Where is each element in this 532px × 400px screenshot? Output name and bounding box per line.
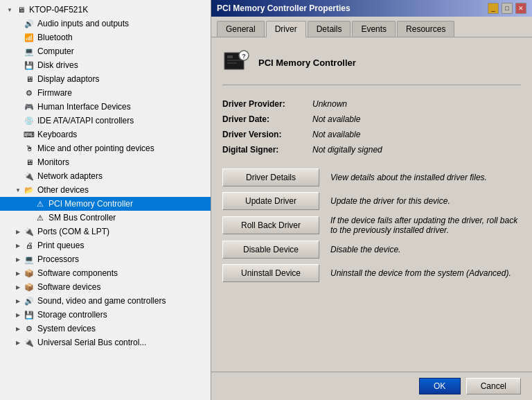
other-icon: 📂 [24, 184, 35, 195]
date-label: Driver Date: [222, 114, 312, 124]
tree-item-sound[interactable]: 🔊 Sound, video and game controllers [0, 294, 211, 308]
expand-arrow-display [14, 75, 22, 83]
tree-item-system[interactable]: ⚙ System devices [0, 322, 211, 336]
computer-sm-icon: 💻 [24, 46, 35, 57]
tree-item-smbus[interactable]: ⚠ SM Bus Controller [0, 211, 211, 225]
tree-item-storage[interactable]: 💾 Storage controllers [0, 308, 211, 322]
expand-arrow-sc [14, 269, 22, 277]
svg-rect-1 [227, 55, 233, 58]
expand-arrow-comp [14, 47, 22, 55]
driver-details-button[interactable]: Driver Details [222, 168, 319, 186]
tree-item-keyboards[interactable]: ⌨ Keyboards [0, 128, 211, 141]
audio-icon: 🔊 [24, 18, 35, 29]
update-driver-row: Update Driver Update the driver for this… [222, 192, 521, 210]
tree-item-print[interactable]: 🖨 Print queues [0, 238, 211, 252]
uninstall-device-row: Uninstall Device Uninstall the device fr… [222, 264, 521, 282]
network-icon: 🔌 [24, 171, 35, 182]
tree-item-audio[interactable]: 🔊 Audio inputs and outputs [0, 17, 211, 31]
uninstall-device-desc: Uninstall the device from the system (Ad… [330, 268, 521, 278]
pci-icon: ⚠ [35, 198, 46, 209]
expand-arrow-firm [14, 89, 22, 97]
system-icon: ⚙ [24, 323, 35, 334]
device-header: ? PCI Memory Controller [222, 49, 521, 85]
version-label: Driver Version: [222, 130, 312, 139]
update-driver-button[interactable]: Update Driver [222, 192, 319, 210]
date-value: Not available [312, 114, 360, 124]
bluetooth-icon: 📶 [24, 32, 35, 43]
provider-value: Unknown [312, 99, 347, 109]
tab-driver[interactable]: Driver [266, 21, 306, 37]
device-tree: 🖥 KTOP-04F521K 🔊 Audio inputs and output… [0, 0, 211, 400]
expand-arrow-ports [14, 227, 22, 236]
display-icon: 🖥 [24, 73, 35, 85]
expand-arrow-mon [14, 158, 22, 166]
disable-device-button[interactable]: Disable Device [222, 241, 319, 259]
tree-item-processors[interactable]: 💻 Processors [0, 252, 211, 266]
driver-info-table: Driver Provider: Unknown Driver Date: No… [222, 99, 521, 155]
expand-arrow-hid [14, 103, 22, 111]
provider-label: Driver Provider: [222, 99, 312, 109]
keyboard-icon: ⌨ [24, 129, 35, 140]
expand-arrow-stor [14, 311, 22, 319]
tree-item-network[interactable]: 🔌 Network adapters [0, 169, 211, 183]
roll-back-button[interactable]: Roll Back Driver [222, 216, 319, 234]
expand-arrow-ide [14, 116, 22, 125]
tab-resources[interactable]: Resources [397, 21, 454, 37]
tab-details[interactable]: Details [308, 21, 351, 37]
tree-item-mice[interactable]: 🖱 Mice and other pointing devices [0, 141, 211, 155]
tree-item-bluetooth[interactable]: 📶 Bluetooth [0, 31, 211, 44]
mouse-icon: 🖱 [24, 143, 35, 154]
svg-rect-2 [227, 60, 241, 61]
expand-arrow-disk [14, 61, 22, 69]
tree-item-softdev[interactable]: 📦 Software devices [0, 280, 211, 294]
signer-label: Digital Signer: [222, 145, 312, 155]
driver-version-row: Driver Version: Not available [222, 130, 521, 139]
tree-item-pci[interactable]: ⚠ PCI Memory Controller [0, 197, 211, 211]
tab-events[interactable]: Events [352, 21, 396, 37]
usb-icon: 🔌 [24, 337, 35, 348]
expand-arrow-proc [14, 255, 22, 263]
tree-item-firmware[interactable]: ⚙ Firmware [0, 86, 211, 100]
hid-icon: 🎮 [24, 101, 35, 112]
dialog-content: ? PCI Memory Controller Driver Provider:… [211, 37, 532, 372]
update-driver-desc: Update the driver for this device. [330, 196, 521, 206]
maximize-button[interactable]: □ [502, 3, 513, 14]
device-icon-container: ? [222, 49, 250, 76]
disk-icon: 💾 [24, 60, 35, 71]
tree-item-other[interactable]: 📂 Other devices [0, 183, 211, 197]
tab-general[interactable]: General [217, 21, 265, 37]
tree-item-usb[interactable]: 🔌 Universal Serial Bus control... [0, 336, 211, 349]
tree-item-ktop[interactable]: 🖥 KTOP-04F521K [0, 3, 211, 17]
properties-dialog: PCI Memory Controller Properties _ □ ✕ G… [211, 0, 532, 400]
ports-icon: 🔌 [24, 226, 35, 237]
tree-item-ports[interactable]: 🔌 Ports (COM & LPT) [0, 225, 211, 238]
version-value: Not available [312, 130, 360, 139]
driver-provider-row: Driver Provider: Unknown [222, 99, 521, 109]
computer-icon: 🖥 [15, 4, 26, 15]
digital-signer-row: Digital Signer: Not digitally signed [222, 145, 521, 155]
expand-arrow-mice [14, 144, 22, 153]
driver-details-row: Driver Details View details about the in… [222, 168, 521, 186]
tree-item-computer[interactable]: 💻 Computer [0, 44, 211, 58]
ok-button[interactable]: OK [419, 378, 461, 394]
close-button[interactable]: ✕ [515, 3, 526, 14]
expand-arrow-audio [14, 19, 22, 28]
cancel-button[interactable]: Cancel [466, 378, 521, 394]
minimize-button[interactable]: _ [488, 3, 499, 14]
tree-item-disk[interactable]: 💾 Disk drives [0, 58, 211, 72]
tree-item-monitors[interactable]: 🖥 Monitors [0, 155, 211, 169]
dialog-titlebar: PCI Memory Controller Properties _ □ ✕ [211, 0, 532, 17]
svg-rect-3 [227, 62, 237, 64]
tree-item-hid[interactable]: 🎮 Human Interface Devices [0, 100, 211, 114]
expand-arrow-print [14, 241, 22, 250]
expand-arrow-ktop [6, 6, 14, 14]
expand-arrow-kb [14, 130, 22, 139]
uninstall-device-button[interactable]: Uninstall Device [222, 264, 319, 282]
tree-item-display[interactable]: 🖥 Display adaptors [0, 72, 211, 86]
expand-arrow-sm [25, 214, 33, 222]
tree-item-softcomp[interactable]: 📦 Software components [0, 266, 211, 280]
expand-arrow-other [14, 186, 22, 194]
tree-item-ide[interactable]: 💿 IDE ATA/ATAPI controllers [0, 114, 211, 128]
action-buttons-area: Driver Details View details about the in… [222, 168, 521, 288]
svg-text:?: ? [242, 53, 246, 60]
